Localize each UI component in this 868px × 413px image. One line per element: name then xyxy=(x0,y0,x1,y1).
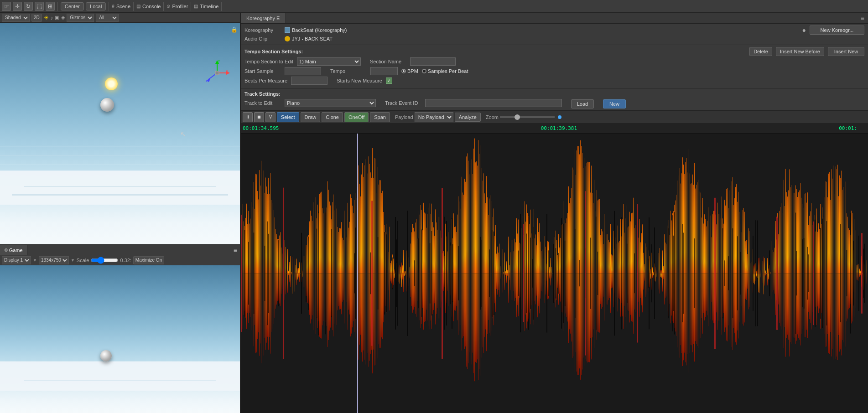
section-name-group: Section Name Main xyxy=(370,57,456,66)
payload-label: Payload xyxy=(395,114,413,120)
tempo-header-row: Tempo Section Settings: Delete Insert Ne… xyxy=(244,47,864,56)
sphere-object xyxy=(100,98,114,112)
span-button[interactable]: Span xyxy=(370,112,390,122)
audio-label: Audio Clip xyxy=(244,36,281,41)
new-koreography-button[interactable]: New Koreogr... xyxy=(810,26,864,35)
svg-rect-9 xyxy=(215,71,219,75)
image-icon: ▣ xyxy=(55,15,59,21)
section-name-input[interactable]: Main xyxy=(410,57,456,66)
audio-clip-icon xyxy=(285,36,290,41)
koreography-row: Koreography BackSeat (Koreography) ● New… xyxy=(244,26,864,35)
koreography-editor: Koreography E ≡ Koreography BackSeat (Ko… xyxy=(241,13,868,413)
zoom-label: Zoom xyxy=(486,114,499,120)
lock-icon[interactable]: 🔒 xyxy=(231,26,238,33)
profiler-tab-label[interactable]: Profiler xyxy=(172,4,188,9)
timeline-tab-label[interactable]: Timeline xyxy=(200,4,218,9)
rect-select-icon[interactable]: ⬚ xyxy=(35,2,44,11)
panel-menu-icon[interactable]: ≡ xyxy=(231,247,240,254)
time-display-1: 00:01:34.595 xyxy=(243,125,279,131)
move-icon[interactable]: ✛ xyxy=(13,2,22,11)
zoom-slider[interactable] xyxy=(500,116,555,118)
arrow-down-icon: ▼ xyxy=(33,258,37,263)
gizmos-select[interactable]: Gizmos xyxy=(67,14,94,22)
shading-select[interactable]: Shaded xyxy=(2,14,30,22)
arrow-down2-icon: ▼ xyxy=(71,258,75,263)
transform-icon[interactable]: ⊞ xyxy=(46,2,55,11)
kore-tab[interactable]: Koreography E xyxy=(241,13,286,23)
beats-input[interactable]: 4 xyxy=(291,77,327,85)
start-sample-input[interactable]: 0 xyxy=(285,67,321,75)
pause-button[interactable]: ⏸ xyxy=(243,112,253,122)
beats-group: Beats Per Measure 4 xyxy=(244,77,327,85)
separator4 xyxy=(163,2,164,11)
refresh-icon[interactable]: ↻ xyxy=(24,2,33,11)
sun-icon: ☀ xyxy=(44,15,49,21)
game-sphere xyxy=(100,350,112,361)
track-header-row: Track Settings: xyxy=(244,90,864,98)
select-button[interactable]: Select xyxy=(277,112,299,122)
waveform-canvas[interactable] xyxy=(241,134,868,413)
insert-before-button[interactable]: Insert New Before xyxy=(776,47,824,56)
fx-icon: ◈ xyxy=(61,15,65,21)
tempo-header: Tempo Section Settings: xyxy=(244,49,303,54)
track-row: Track to Edit Piano Track Event ID Piano… xyxy=(244,99,864,108)
scene-tab-label[interactable]: Scene xyxy=(116,4,130,9)
timeline-tab-icon: ▤ xyxy=(194,4,198,9)
svg-text:y: y xyxy=(218,59,220,62)
track-header: Track Settings: xyxy=(244,91,281,97)
tempo-input[interactable]: 140 xyxy=(370,67,398,75)
oneoff-button[interactable]: OneOff xyxy=(344,112,369,122)
time-bar: 00:01:34.595 00:01:39.381 00:01: xyxy=(241,124,868,134)
samples-radio[interactable]: Samples Per Beat xyxy=(422,68,468,74)
scale-slider[interactable] xyxy=(91,258,118,263)
samples-label: Samples Per Beat xyxy=(428,68,468,74)
new-track-button[interactable]: New xyxy=(603,99,626,108)
payload-select[interactable]: No Payload xyxy=(415,112,453,122)
event-id-group: Track Event ID Piano xyxy=(385,99,562,107)
section-name-label: Section Name xyxy=(370,59,406,64)
load-button[interactable]: Load xyxy=(571,99,594,108)
analyze-button[interactable]: Analyze xyxy=(455,113,481,122)
scale-label: Scale xyxy=(77,258,89,263)
game-tabs: © Game ≡ xyxy=(0,245,240,255)
dot-icon: ● xyxy=(802,26,806,34)
game-tab[interactable]: © Game xyxy=(0,245,28,255)
beats-label: Beats Per Measure xyxy=(244,78,287,83)
hand-icon[interactable]: ☞ xyxy=(2,2,11,11)
resolution-select[interactable]: 1334x750 xyxy=(39,256,69,264)
kore-settings: Koreography BackSeat (Koreography) ● New… xyxy=(241,24,868,45)
bpm-radio[interactable]: BPM xyxy=(401,68,418,74)
2d-button[interactable]: 2D xyxy=(31,14,42,22)
svg-text:z: z xyxy=(206,79,208,83)
tempo-row3: Beats Per Measure 4 Starts New Measure ✓ xyxy=(244,77,864,86)
kore-label: Koreography xyxy=(244,27,281,33)
profiler-tab-icon: ⊙ xyxy=(166,4,170,9)
transform-widget[interactable]: y x z xyxy=(203,59,231,87)
samples-radio-circle[interactable] xyxy=(422,69,426,73)
game-view-toolbar: Display 1 ▼ 1334x750 ▼ Scale 0.32: Maxim… xyxy=(0,255,240,265)
display-select[interactable]: Display 1 xyxy=(2,256,31,264)
clone-button[interactable]: Clone xyxy=(322,112,343,122)
insert-new-button[interactable]: Insert New xyxy=(828,47,864,56)
starts-new-label: Starts New Measure xyxy=(337,78,382,83)
zoom-dot xyxy=(558,115,561,119)
tempo-radio-group: BPM Samples Per Beat xyxy=(401,68,468,74)
tempo-edit-select[interactable]: 1) Main xyxy=(297,57,361,66)
event-id-input[interactable]: Piano xyxy=(425,99,562,107)
maximize-button[interactable]: Maximize On xyxy=(133,256,164,264)
local-button[interactable]: Local xyxy=(86,2,106,10)
stop-button[interactable]: ⏹ xyxy=(254,112,264,122)
tab-menu-icon[interactable]: ≡ xyxy=(857,15,868,22)
audio-clip-row: Audio Clip JYJ - BACK SEAT xyxy=(244,36,864,41)
bpm-radio-circle[interactable] xyxy=(401,69,406,73)
starts-new-checkbox[interactable]: ✓ xyxy=(386,77,392,84)
track-select[interactable]: Piano xyxy=(285,99,376,107)
time-display-2: 00:01:39.381 xyxy=(541,125,577,131)
draw-button[interactable]: Draw xyxy=(301,112,321,122)
all-select[interactable]: All xyxy=(96,14,119,22)
center-button[interactable]: Center xyxy=(61,2,84,10)
waveform-container[interactable] xyxy=(241,134,868,413)
delete-button[interactable]: Delete xyxy=(749,47,772,56)
v-button[interactable]: V xyxy=(265,112,275,122)
console-tab-label[interactable]: Console xyxy=(142,4,161,9)
